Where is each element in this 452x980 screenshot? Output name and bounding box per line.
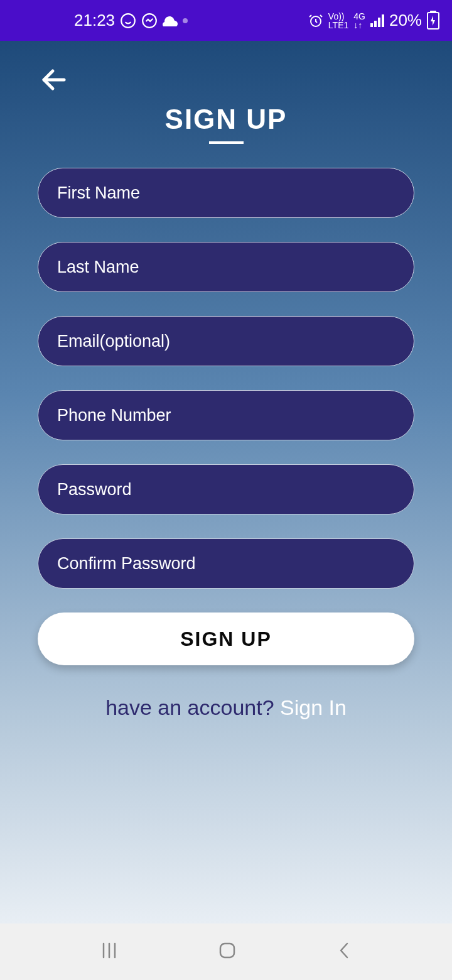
volte-indicator: Vo)) LTE1 bbox=[328, 12, 348, 30]
alarm-icon bbox=[308, 13, 323, 28]
signal-icon bbox=[370, 14, 384, 27]
whatsapp-icon bbox=[120, 13, 136, 29]
confirm-password-field[interactable] bbox=[38, 538, 414, 589]
page-title: SIGN UP bbox=[38, 104, 414, 135]
home-button[interactable] bbox=[218, 941, 237, 962]
footer-text: have an account? Sign In bbox=[38, 695, 414, 720]
main-content: SIGN UP SIGN UP have an account? Sign In bbox=[0, 41, 452, 923]
status-right: Vo)) LTE1 4G ↓↑ 20% bbox=[308, 11, 439, 30]
status-left: 21:23 bbox=[74, 11, 188, 30]
password-field[interactable] bbox=[38, 464, 414, 514]
status-bar: 21:23 Vo)) LTE1 4G ↓↑ 20% bbox=[0, 0, 452, 41]
last-name-field[interactable] bbox=[38, 242, 414, 292]
data-arrows-icon: ↓↑ bbox=[353, 21, 365, 30]
recents-button[interactable] bbox=[100, 941, 119, 962]
status-time: 21:23 bbox=[74, 11, 115, 30]
have-account-label: have an account? bbox=[105, 695, 280, 719]
arrow-left-icon bbox=[39, 65, 69, 95]
phone-field[interactable] bbox=[38, 390, 414, 440]
battery-percent: 20% bbox=[389, 11, 422, 30]
svg-rect-11 bbox=[220, 944, 234, 957]
android-nav-bar bbox=[0, 923, 452, 980]
battery-icon bbox=[427, 12, 439, 30]
svg-rect-3 bbox=[370, 23, 373, 27]
first-name-field[interactable] bbox=[38, 168, 414, 218]
header: SIGN UP bbox=[38, 41, 414, 144]
svg-rect-5 bbox=[378, 18, 380, 27]
svg-rect-6 bbox=[382, 14, 384, 27]
svg-point-0 bbox=[121, 14, 135, 28]
signup-form: SIGN UP bbox=[38, 168, 414, 665]
network-indicator: 4G ↓↑ bbox=[353, 12, 365, 30]
signup-button[interactable]: SIGN UP bbox=[38, 612, 414, 665]
messenger-icon bbox=[141, 13, 158, 29]
title-underline bbox=[209, 141, 244, 144]
back-button[interactable] bbox=[39, 65, 69, 97]
notification-dot-icon bbox=[183, 18, 188, 23]
cloud-icon bbox=[163, 15, 178, 26]
back-nav-button[interactable] bbox=[336, 941, 352, 962]
svg-rect-4 bbox=[374, 21, 377, 27]
signin-link[interactable]: Sign In bbox=[280, 695, 347, 719]
email-field[interactable] bbox=[38, 316, 414, 366]
